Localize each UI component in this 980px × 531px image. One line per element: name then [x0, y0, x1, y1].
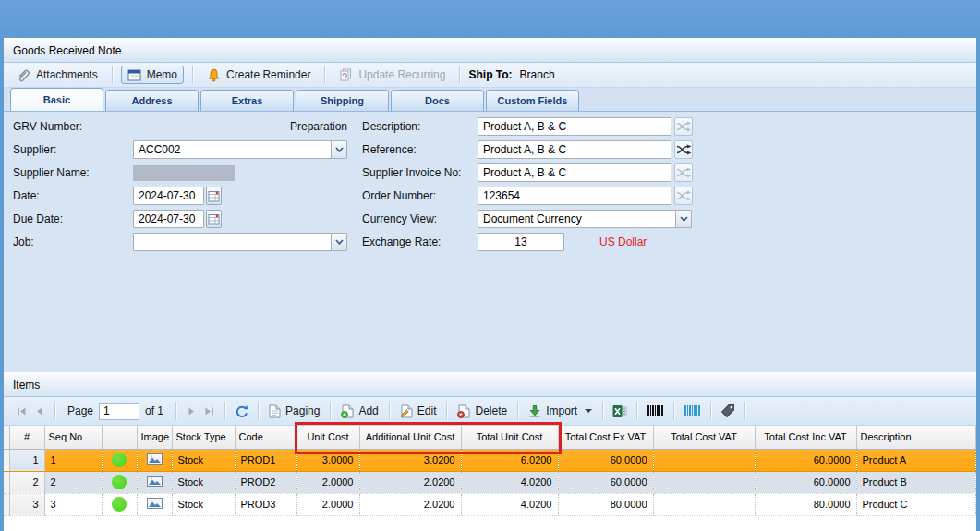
exchange-rate-field[interactable] [478, 233, 564, 251]
cell-total-cost-ex-vat: 60.0000 [558, 471, 653, 493]
order-number-label: Order Number: [362, 187, 436, 205]
toolbar-separator [330, 402, 331, 420]
supplier-label: Supplier: [13, 140, 56, 159]
cell-stock-type: Stock [172, 449, 235, 471]
attachments-button[interactable]: Attachments [11, 66, 103, 84]
reference-copy-button[interactable] [674, 140, 693, 159]
col-additional-unit-cost[interactable]: Additional Unit Cost [359, 426, 461, 449]
import-icon [528, 404, 541, 417]
job-label: Job: [13, 233, 34, 251]
page-label: Page [67, 404, 93, 417]
supplier-dropdown-button[interactable] [331, 141, 346, 158]
cell-code: PROD3 [235, 493, 296, 515]
currency-view-combo[interactable]: Document Currency [478, 210, 692, 228]
col-status[interactable] [102, 426, 137, 449]
col-image[interactable]: Image [137, 426, 172, 449]
calendar-icon [208, 190, 220, 202]
description-label: Description: [362, 117, 420, 136]
table-row[interactable]: 2 2 Stock PROD2 2.0000 2.0200 4.0200 60.… [4, 471, 976, 493]
cell-image[interactable] [137, 449, 172, 471]
import-dropdown-caret [585, 409, 592, 413]
due-date-label: Due Date: [13, 210, 63, 228]
tab-shipping[interactable]: Shipping [296, 90, 389, 111]
supplier-value: ACC002 [134, 141, 331, 158]
items-title-bar: Items [4, 372, 976, 397]
order-number-copy-button[interactable] [674, 187, 693, 205]
edit-button[interactable]: Edit [396, 403, 441, 420]
description-copy-button[interactable] [674, 117, 693, 136]
add-button[interactable]: Add [337, 403, 381, 420]
supplier-invoice-copy-button[interactable] [674, 163, 693, 182]
table-row[interactable]: 1 1 Stock PROD1 3.0000 3.0200 6.0200 60.… [4, 449, 976, 471]
col-total-cost-inc-vat[interactable]: Total Cost Inc VAT [755, 426, 856, 449]
status-green-icon [112, 497, 127, 512]
tag-button[interactable] [718, 404, 738, 418]
reference-field[interactable] [478, 140, 671, 159]
next-page-button[interactable] [183, 405, 200, 417]
cell-stock-type: Stock [172, 471, 235, 493]
bell-icon [207, 68, 221, 82]
paging-button[interactable]: Paging [265, 403, 323, 420]
col-seq-no[interactable]: Seq No [44, 426, 102, 449]
currency-view-dropdown-button[interactable] [675, 211, 691, 227]
memo-button[interactable]: Memo [121, 66, 184, 84]
tab-extras[interactable]: Extras [200, 90, 294, 111]
paperclip-icon [17, 68, 30, 82]
cell-image[interactable] [137, 471, 172, 493]
date-field[interactable] [133, 187, 204, 205]
page-input[interactable] [99, 403, 139, 420]
refresh-button[interactable] [232, 404, 251, 418]
cell-description: Product B [856, 471, 976, 493]
first-page-button[interactable] [13, 405, 30, 417]
last-page-button[interactable] [200, 405, 218, 417]
supplier-invoice-no-field[interactable] [478, 163, 671, 182]
cell-seq-no: 3 [44, 493, 102, 515]
col-unit-cost[interactable]: Unit Cost [296, 426, 359, 449]
items-title: Items [13, 379, 40, 392]
date-picker-button[interactable] [206, 187, 222, 205]
due-date-picker-button[interactable] [206, 210, 222, 228]
cell-code: PROD2 [235, 471, 296, 493]
shuffle-arrows-icon [676, 190, 692, 201]
col-row-number[interactable]: # [9, 426, 44, 449]
col-total-cost-vat[interactable]: Total Cost VAT [653, 426, 755, 449]
supplier-combo[interactable]: ACC002 [133, 140, 347, 159]
export-excel-button[interactable] [610, 404, 630, 418]
cell-image[interactable] [137, 493, 172, 515]
description-field[interactable] [478, 117, 671, 136]
goods-received-note-window: Goods Received Note Attachments Memo Cre… [0, 38, 980, 531]
table-row[interactable]: 3 3 Stock PROD3 2.0000 2.0200 4.0200 80.… [4, 493, 976, 515]
ship-to-value[interactable]: Branch [520, 68, 555, 81]
import-button[interactable]: Import [525, 403, 596, 419]
tab-address[interactable]: Address [105, 90, 199, 111]
toolbar-separator [446, 402, 447, 420]
tab-custom-fields[interactable]: Custom Fields [486, 90, 579, 111]
delete-icon [457, 404, 470, 418]
job-combo[interactable] [133, 233, 347, 251]
delete-button[interactable]: Delete [454, 403, 511, 420]
order-number-field[interactable] [478, 187, 671, 205]
cell-seq-no: 2 [44, 471, 102, 493]
barcode-button[interactable] [644, 404, 667, 417]
create-reminder-label: Create Reminder [226, 68, 310, 81]
tab-docs[interactable]: Docs [391, 90, 484, 111]
col-description[interactable]: Description [856, 426, 976, 449]
barcode-blue-button[interactable] [681, 404, 704, 417]
col-total-unit-cost[interactable]: Total Unit Cost [461, 426, 558, 449]
create-reminder-button[interactable]: Create Reminder [201, 66, 316, 84]
col-total-cost-ex-vat[interactable]: Total Cost Ex VAT [558, 426, 653, 449]
prev-page-icon [33, 405, 45, 417]
status-green-icon [112, 475, 127, 489]
col-stock-type[interactable]: Stock Type [172, 426, 235, 449]
job-dropdown-button[interactable] [331, 234, 346, 250]
col-code[interactable]: Code [235, 426, 296, 449]
delete-label: Delete [475, 404, 507, 417]
tab-basic[interactable]: Basic [10, 88, 103, 111]
paging-label: Paging [285, 404, 320, 417]
image-icon [147, 453, 163, 465]
date-label: Date: [13, 187, 40, 205]
update-recurring-button[interactable]: Update Recurring [333, 66, 451, 83]
cell-total-cost-inc-vat: 60.0000 [755, 471, 856, 493]
prev-page-button[interactable] [30, 405, 48, 417]
due-date-field[interactable] [133, 210, 204, 228]
